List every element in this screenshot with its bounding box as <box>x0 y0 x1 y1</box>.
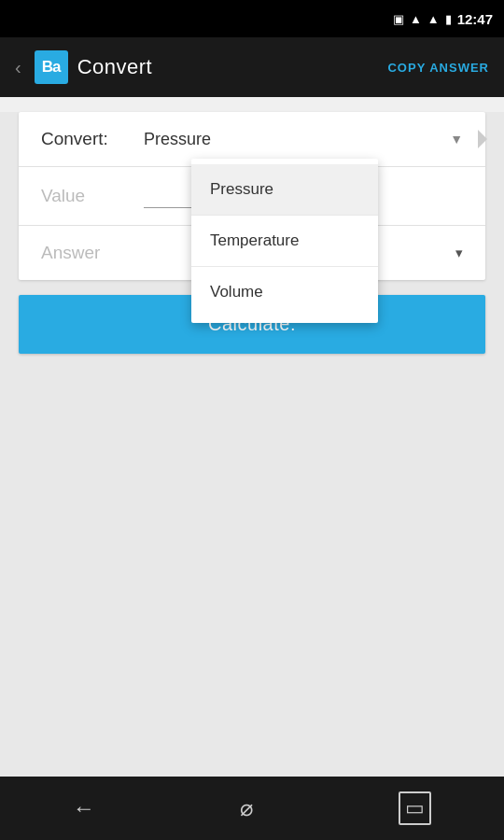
copy-answer-button[interactable]: COPY ANSWER <box>387 61 489 75</box>
dropdown-item-volume[interactable]: Volume <box>191 267 378 317</box>
app-logo: Ba <box>35 50 68 84</box>
app-bar: ‹ Ba Convert COPY ANSWER <box>0 37 504 97</box>
convert-label: Convert: <box>41 129 144 149</box>
dropdown-item-pressure[interactable]: Pressure <box>191 164 378 216</box>
answer-unit-dropdown[interactable]: ▾ <box>455 245 463 261</box>
dropdown-arrow-icon: ▼ <box>450 132 463 147</box>
status-time: 12:47 <box>457 11 493 27</box>
battery-icon: ▮ <box>445 12 452 26</box>
back-icon[interactable]: ‹ <box>15 57 21 78</box>
nav-home-button[interactable]: ⌀ <box>217 784 275 833</box>
app-title: Convert <box>77 55 153 79</box>
nav-bar: ← ⌀ ▭ <box>0 777 504 840</box>
status-bar: ▣ ▲ ▲ ▮ 12:47 <box>0 0 504 37</box>
nav-home-icon: ⌀ <box>240 795 253 821</box>
answer-label: Answer <box>41 243 144 263</box>
sim-icon: ▣ <box>393 12 404 26</box>
convert-row: Convert: Pressure ▼ Pressure Temperature… <box>19 112 485 167</box>
corner-arrow-icon <box>478 130 487 148</box>
nav-back-icon: ← <box>73 795 95 821</box>
convert-dropdown[interactable]: Pressure ▼ <box>144 130 463 149</box>
main-content: Convert: Pressure ▼ Pressure Temperature… <box>0 112 504 784</box>
signal-icon: ▲ <box>427 12 440 26</box>
nav-back-button[interactable]: ← <box>50 784 118 833</box>
dropdown-item-temperature[interactable]: Temperature <box>191 216 378 267</box>
wifi-icon: ▲ <box>410 12 422 26</box>
dropdown-menu: Pressure Temperature Volume <box>191 159 378 323</box>
nav-recent-icon: ▭ <box>399 791 431 825</box>
status-icons: ▣ ▲ ▲ ▮ 12:47 <box>393 11 493 27</box>
convert-dropdown-value: Pressure <box>144 130 450 149</box>
value-label: Value <box>41 186 144 206</box>
app-bar-left: ‹ Ba Convert <box>15 50 152 84</box>
nav-recent-button[interactable]: ▭ <box>376 780 454 836</box>
main-card: Convert: Pressure ▼ Pressure Temperature… <box>19 112 485 280</box>
